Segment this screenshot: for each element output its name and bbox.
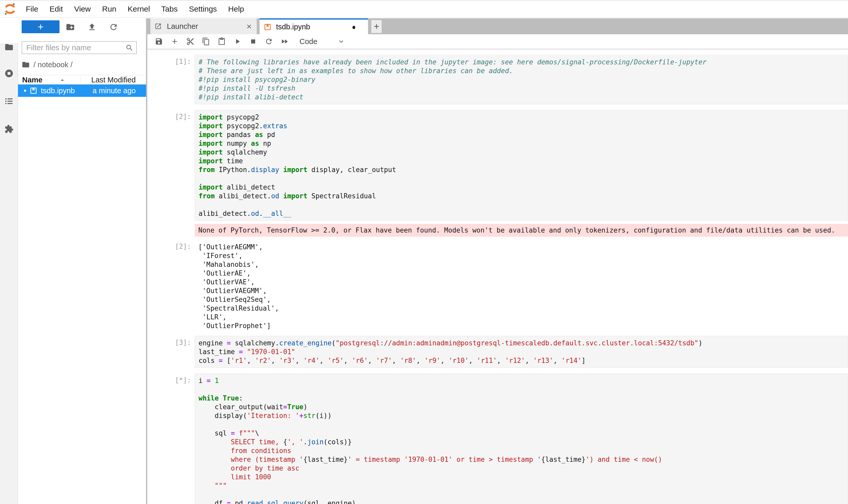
tab-notebook[interactable]: tsdb.ipynb ● <box>259 18 368 34</box>
insert-cell-button[interactable] <box>170 37 179 46</box>
output-line: 'OutlierVAEGMM', <box>198 286 848 295</box>
code-line: import alibi_detect <box>199 183 848 192</box>
code-line: # The following libraries have already b… <box>199 58 848 67</box>
code-line <box>199 174 848 183</box>
menu-settings[interactable]: Settings <box>183 1 222 17</box>
close-tab-icon[interactable]: × <box>247 21 252 32</box>
cell-input-area: [3]:engine = sqlalchemy.create_engine("p… <box>147 336 848 368</box>
run-cell-button[interactable] <box>233 37 241 46</box>
code-cell[interactable]: [3]:engine = sqlalchemy.create_engine("p… <box>147 336 848 368</box>
menu-edit[interactable]: Edit <box>44 1 69 17</box>
notebook-tab-icon <box>264 23 271 31</box>
code-line: """ <box>199 481 848 490</box>
code-line: import time <box>199 157 848 165</box>
save-button[interactable] <box>155 37 163 46</box>
tab-launcher[interactable]: Launcher × <box>150 18 257 34</box>
refresh-file-list-icon[interactable] <box>109 22 118 32</box>
code-line: import psycopg2.extras <box>199 122 848 130</box>
running-kernels-icon[interactable] <box>4 69 14 78</box>
cell-input-area: [2]:import psycopg2import psycopg2.extra… <box>147 110 848 221</box>
code-line: limit 1000 <box>199 472 848 481</box>
unsaved-changes-dot-icon: ● <box>352 23 356 32</box>
extension-manager-icon[interactable] <box>4 124 14 134</box>
menu-tabs[interactable]: Tabs <box>156 1 183 17</box>
cell-input-area: [*]:i = 1 while True: clear_output(wait=… <box>147 374 848 504</box>
copy-cell-button[interactable] <box>202 37 210 46</box>
sort-ascending-icon <box>59 76 66 84</box>
cell-input-prompt: [3]: <box>147 336 195 346</box>
column-name[interactable]: Name <box>22 76 42 84</box>
notebook-file-icon <box>30 87 37 94</box>
file-browser-icon[interactable] <box>4 42 14 52</box>
cell-input-prompt: [1]: <box>147 55 195 66</box>
cell-editor[interactable]: i = 1 while True: clear_output(wait=True… <box>195 374 848 504</box>
active-sidebar-highlight <box>0 18 18 43</box>
code-line: import numpy as np <box>199 139 848 148</box>
output-line: ['OutlierAEGMM', <box>198 242 848 251</box>
code-line: sql = f"""\ <box>199 429 848 437</box>
cut-cell-button[interactable] <box>186 37 194 46</box>
code-line: i = 1 <box>199 376 848 385</box>
output-line: 'OutlierSeq2Seq', <box>198 295 848 304</box>
code-line: SELECT time, {', '.join(cols)} <box>199 437 848 446</box>
filter-files-input[interactable] <box>22 42 136 54</box>
output-line: 'SpectralResidual', <box>198 304 848 313</box>
file-list-header: Name Last Modified <box>18 75 146 84</box>
new-folder-icon[interactable] <box>66 22 75 32</box>
code-line: import sqlalchemy <box>199 148 848 157</box>
new-launcher-button[interactable]: + <box>22 20 59 33</box>
code-line: where (timestamp '{last_time}' = timesta… <box>199 455 848 464</box>
code-cell[interactable]: [1]:# The following libraries have alrea… <box>147 55 848 104</box>
code-line: df = pd.read_sql_query(sql, engine) <box>199 499 848 504</box>
paste-cell-button[interactable] <box>218 37 226 46</box>
tab-launcher-label: Launcher <box>167 22 247 31</box>
menu-run[interactable]: Run <box>96 1 122 17</box>
new-tab-button[interactable]: + <box>371 20 382 33</box>
cell-input-area: [1]:# The following libraries have alrea… <box>147 55 848 104</box>
code-line: #!pip install psycopg2-binary <box>199 75 848 84</box>
notebook-cells: [1]:# The following libraries have alrea… <box>147 49 848 504</box>
filter-files-box <box>22 41 137 54</box>
code-line: from conditions <box>199 446 848 455</box>
restart-run-all-button[interactable] <box>281 37 289 46</box>
notebook-toolbar: Code <box>147 34 848 49</box>
jupyter-logo-icon <box>4 3 17 15</box>
menu-help[interactable]: Help <box>222 1 250 17</box>
cell-editor[interactable]: engine = sqlalchemy.create_engine("postg… <box>195 336 848 368</box>
menu-file[interactable]: File <box>20 1 44 17</box>
output-line: 'Mahalanobis', <box>198 260 848 269</box>
code-line <box>199 420 848 429</box>
code-line: import pandas as pd <box>199 130 848 139</box>
code-line: clear_output(wait=True) <box>199 402 848 411</box>
code-line: from IPython.display import display, cle… <box>199 165 848 174</box>
code-line: engine = sqlalchemy.create_engine("postg… <box>199 339 848 347</box>
interrupt-kernel-button[interactable] <box>249 37 257 46</box>
cell-output-area: None of PyTorch, TensorFlow >= 2.0, or F… <box>147 224 848 237</box>
code-cell[interactable]: [*]:i = 1 while True: clear_output(wait=… <box>147 374 848 504</box>
file-name: tsdb.ipynb <box>41 87 93 95</box>
output-line: 'LLR', <box>198 313 848 321</box>
upload-icon[interactable] <box>87 22 96 32</box>
file-row-tsdb[interactable]: • tsdb.ipynb a minute ago <box>18 85 146 97</box>
breadcrumb[interactable]: / notebook / <box>22 59 73 70</box>
kernel-running-indicator: • <box>24 86 26 95</box>
column-last-modified[interactable]: Last Modified <box>91 76 136 84</box>
code-line: import psycopg2 <box>199 113 848 122</box>
cell-input-prompt: [2]: <box>147 110 195 121</box>
search-icon <box>125 44 134 52</box>
cell-output-area: [2]:['OutlierAEGMM', 'IForest', 'Mahalan… <box>147 240 848 330</box>
folder-icon <box>22 60 30 69</box>
file-browser-panel: + / notebook / Name Last Modified <box>18 18 146 504</box>
menu-kernel[interactable]: Kernel <box>122 1 156 17</box>
cell-editor[interactable]: import psycopg2import psycopg2.extrasimp… <box>195 110 848 221</box>
cell-type-dropdown[interactable]: Code <box>300 37 345 46</box>
output-line: 'OutlierProphet'] <box>198 321 848 330</box>
cell-editor[interactable]: # The following libraries have already b… <box>195 55 848 104</box>
code-line: while True: <box>199 394 848 402</box>
output-line: 'OutlierAE', <box>198 269 848 277</box>
table-of-contents-icon[interactable] <box>4 96 14 106</box>
code-cell[interactable]: [2]:import psycopg2import psycopg2.extra… <box>147 110 848 330</box>
menu-view[interactable]: View <box>69 1 96 17</box>
restart-kernel-button[interactable] <box>265 37 273 46</box>
execute-result: ['OutlierAEGMM', 'IForest', 'Mahalanobis… <box>195 240 848 330</box>
